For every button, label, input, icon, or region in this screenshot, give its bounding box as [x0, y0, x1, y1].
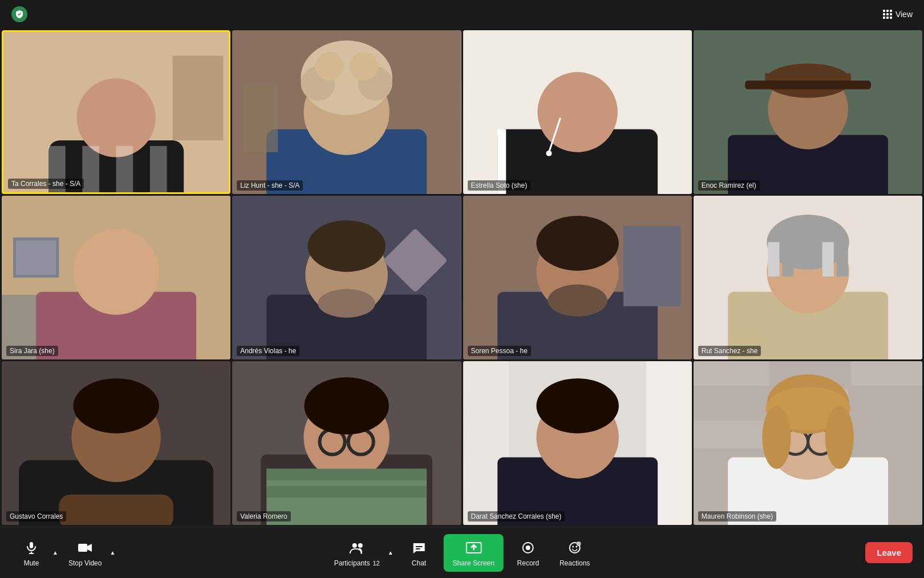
- video-feed-p1: [3, 32, 229, 192]
- reactions-icon: [566, 539, 584, 557]
- video-tile-p4: Enoc Ramirez (el): [694, 30, 922, 194]
- video-chevron-button[interactable]: ▲: [108, 545, 116, 560]
- svg-point-2: [76, 78, 155, 157]
- svg-rect-83: [694, 389, 769, 417]
- participant-label-p2: Liz Hunt - she - S/A: [237, 180, 303, 191]
- svg-rect-61: [59, 495, 173, 525]
- leave-button[interactable]: Leave: [865, 542, 913, 563]
- video-feed-p9: [2, 361, 230, 525]
- video-tile-p10: Valeria Romero: [232, 361, 461, 525]
- record-button[interactable]: Record: [508, 534, 548, 572]
- video-feed-p6: [232, 196, 461, 359]
- record-icon: [519, 539, 537, 557]
- video-tile-p1: Ta Corrales - she - S/A: [2, 30, 230, 194]
- svg-rect-105: [416, 548, 420, 549]
- participants-button[interactable]: Participants 12: [327, 534, 387, 572]
- video-feed-p8: [694, 196, 922, 359]
- participant-label-p12: Mauren Robinson (she): [698, 511, 776, 522]
- share-screen-button[interactable]: Share Screen: [444, 534, 504, 572]
- svg-point-110: [572, 545, 574, 547]
- svg-rect-72: [266, 486, 427, 498]
- svg-point-44: [548, 285, 607, 317]
- participants-group: Participants 12 ▲: [327, 534, 395, 572]
- top-bar-left: [11, 6, 27, 22]
- participant-label-p10: Valeria Romero: [237, 511, 290, 522]
- video-tile-p9: Gustavo Corrales: [2, 361, 230, 525]
- chat-icon: [410, 539, 428, 557]
- svg-rect-5: [116, 146, 133, 192]
- svg-point-14: [315, 52, 344, 80]
- svg-point-111: [576, 545, 577, 547]
- mute-label: Mute: [24, 559, 39, 567]
- svg-point-68: [305, 377, 389, 434]
- mute-group: Mute ▲: [11, 534, 59, 572]
- view-button[interactable]: View: [883, 10, 913, 19]
- stop-video-button[interactable]: Stop Video: [62, 534, 109, 572]
- participant-label-p5: Sira Jara (she): [6, 346, 58, 356]
- svg-rect-82: [694, 361, 769, 386]
- toolbar: Mute ▲ Stop Video ▲: [0, 527, 924, 578]
- grid-icon: [883, 10, 892, 19]
- svg-point-15: [350, 52, 378, 80]
- svg-point-38: [318, 289, 375, 318]
- svg-rect-104: [416, 546, 423, 547]
- top-bar-right: View: [883, 10, 913, 19]
- toolbar-center: Participants 12 ▲ Chat: [327, 534, 597, 572]
- toolbar-right: Leave: [856, 542, 913, 563]
- video-feed-p3: [463, 30, 692, 194]
- participant-label-p3: Estrella Soto (she): [468, 180, 531, 191]
- participant-label-p7: Soren Pessoa - he: [468, 346, 531, 356]
- svg-rect-4: [82, 146, 99, 192]
- svg-rect-87: [851, 361, 922, 386]
- video-feed-p7: [463, 196, 692, 359]
- chat-button[interactable]: Chat: [399, 534, 439, 572]
- participant-label-p1: Ta Corrales - she - S/A: [8, 179, 84, 189]
- svg-point-60: [73, 378, 159, 433]
- svg-rect-56: [837, 242, 848, 276]
- participant-label-p11: Darat Sanchez Corrales (she): [468, 511, 565, 522]
- video-group: Stop Video ▲: [62, 534, 116, 572]
- svg-rect-71: [266, 469, 427, 480]
- view-label: View: [895, 10, 913, 19]
- svg-point-32: [73, 229, 159, 314]
- svg-point-40: [308, 220, 386, 272]
- video-tile-p2: Liz Hunt - she - S/A: [232, 30, 461, 194]
- mute-chevron-button[interactable]: ▲: [51, 545, 59, 560]
- stop-video-label: Stop Video: [68, 559, 102, 567]
- svg-rect-101: [78, 544, 87, 552]
- video-tile-p6: Andrés Violas - he: [232, 196, 461, 359]
- svg-rect-48: [623, 226, 680, 306]
- video-feed-p2: [232, 30, 461, 194]
- video-camera-icon: [76, 539, 94, 557]
- svg-rect-98: [30, 542, 33, 548]
- svg-rect-7: [172, 56, 223, 140]
- toolbar-left: Mute ▲ Stop Video ▲: [11, 534, 125, 572]
- svg-rect-53: [768, 242, 779, 276]
- video-tile-p12: Mauren Robinson (she): [694, 361, 922, 525]
- svg-point-96: [762, 406, 791, 468]
- video-feed-p5: [2, 196, 230, 359]
- svg-rect-16: [244, 83, 278, 152]
- participants-icon: [348, 539, 366, 557]
- video-tile-p11: Darat Sanchez Corrales (she): [463, 361, 692, 525]
- svg-rect-6: [150, 146, 167, 192]
- video-feed-p11: [463, 361, 692, 525]
- svg-point-103: [358, 543, 363, 548]
- video-feed-p12: [694, 361, 922, 525]
- top-bar: View: [0, 0, 924, 29]
- svg-point-79: [536, 378, 618, 433]
- security-shield-icon[interactable]: [11, 6, 27, 22]
- svg-rect-34: [16, 240, 56, 274]
- reactions-label: Reactions: [560, 559, 590, 567]
- microphone-icon: [22, 539, 40, 557]
- participant-label-p6: Andrés Violas - he: [237, 346, 299, 356]
- mute-button[interactable]: Mute: [11, 534, 51, 572]
- svg-point-46: [537, 232, 566, 260]
- participant-label-p4: Enoc Ramirez (el): [698, 180, 760, 191]
- participants-label: Participants: [334, 559, 370, 567]
- svg-point-19: [537, 72, 617, 152]
- participants-chevron-button[interactable]: ▲: [387, 545, 395, 560]
- participant-label-p8: Rut Sanchez - she: [698, 346, 761, 356]
- video-tile-p7: Soren Pessoa - he: [463, 196, 692, 359]
- reactions-button[interactable]: Reactions: [553, 534, 597, 572]
